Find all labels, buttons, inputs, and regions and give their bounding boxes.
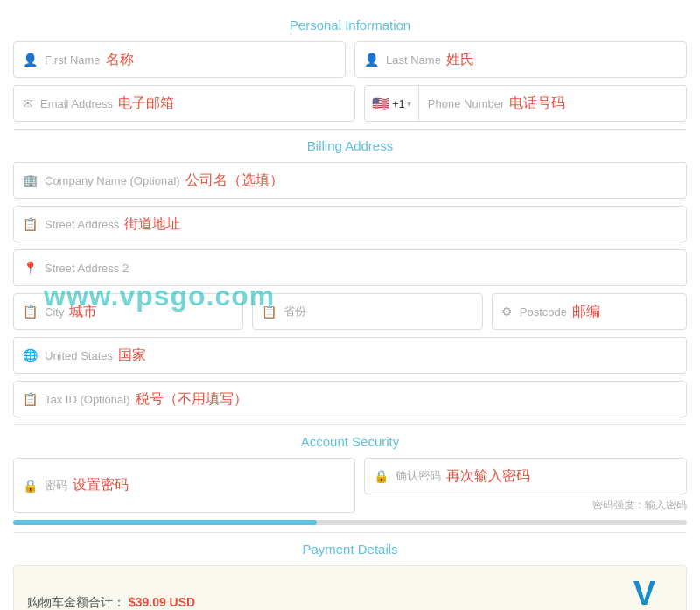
street-address-2-label: Street Address 2: [45, 262, 129, 275]
logo-v-letter: V: [634, 577, 655, 610]
personal-information-section: Personal Information 👤 First Name 名称 👤 L…: [13, 18, 687, 122]
password-strength-bar-container: [13, 520, 687, 525]
phone-prefix-selector[interactable]: 🇺🇸 +1 ▾: [364, 85, 419, 122]
account-security-section: Account Security 🔒 密码 设置密码 🔒 确认密码 再次输入密码…: [13, 434, 687, 525]
password-label: 密码: [45, 478, 67, 494]
country-value: 国家: [118, 347, 146, 365]
phone-country-code: +1: [392, 97, 405, 110]
phone-container: 🇺🇸 +1 ▾ Phone Number 电话号码: [364, 85, 687, 122]
divider-3: [13, 532, 687, 533]
company-name-value: 公司名（选填）: [186, 172, 284, 190]
city-field[interactable]: 📋 City 城市: [13, 293, 243, 330]
state-icon: 📋: [262, 305, 276, 319]
tax-icon: 📋: [23, 392, 38, 406]
payment-section-title: Payment Details: [13, 542, 687, 557]
phone-label: Phone Number: [428, 97, 504, 110]
password-value: 设置密码: [73, 476, 129, 494]
street-address-field[interactable]: 📋 Street Address 街道地址: [13, 206, 687, 242]
postcode-value: 邮编: [572, 303, 600, 321]
lock-icon-2: 🔒: [374, 469, 388, 483]
confirm-password-value: 再次输入密码: [446, 467, 530, 486]
globe-icon: 🌐: [23, 348, 38, 362]
chevron-down-icon: ▾: [407, 99, 411, 109]
flag-icon: 🇺🇸: [372, 95, 389, 112]
city-value: 城市: [69, 303, 97, 321]
payment-body: 购物车金额合计： $39.09 USD V VPSGO www.vpsgo.co…: [13, 565, 687, 610]
company-name-field[interactable]: 🏢 Company Name (Optional) 公司名（选填）: [13, 162, 687, 199]
country-label: United States: [45, 349, 113, 362]
street-address-2-field[interactable]: 📍 Street Address 2: [13, 249, 687, 286]
payment-details-section: Payment Details 购物车金额合计： $39.09 USD V VP…: [13, 542, 687, 610]
cart-total-label: 购物车金额合计： $39.09 USD: [27, 595, 195, 610]
billing-section-title: Billing Address: [13, 138, 687, 153]
confirm-password-field[interactable]: 🔒 确认密码 再次输入密码: [364, 458, 687, 494]
tax-id-value: 税号（不用填写）: [136, 390, 248, 409]
postcode-field[interactable]: ⚙ Postcode 邮编: [492, 293, 687, 330]
country-field[interactable]: 🌐 United States 国家: [13, 337, 687, 374]
email-label: Email Address: [40, 97, 113, 110]
last-name-value: 姓氏: [446, 51, 474, 69]
person-icon: 👤: [23, 53, 38, 67]
postcode-icon: ⚙: [501, 305, 513, 319]
confirm-password-label: 确认密码: [396, 468, 441, 484]
city-icon: 📋: [23, 305, 38, 319]
building-icon: 🏢: [23, 173, 38, 187]
first-name-field[interactable]: 👤 First Name 名称: [13, 41, 346, 78]
password-strength-text: 密码强度：输入密码: [364, 498, 687, 513]
first-name-value: 名称: [106, 51, 134, 69]
pin-icon: 📍: [23, 261, 38, 275]
tax-id-label: Tax ID (Optional): [45, 393, 130, 406]
first-name-label: First Name: [45, 53, 101, 67]
map-icon: 📋: [23, 217, 38, 231]
city-label: City: [45, 305, 64, 319]
divider-1: [13, 129, 687, 130]
state-field[interactable]: 📋 省份: [252, 293, 482, 330]
billing-address-section: Billing Address 🏢 Company Name (Optional…: [13, 138, 687, 417]
street-address-value: 街道地址: [124, 215, 180, 234]
cart-amount-value: $39.09 USD: [129, 595, 195, 609]
phone-field[interactable]: Phone Number 电话号码: [418, 85, 687, 122]
strength-bar-bg: [13, 520, 687, 525]
email-field[interactable]: ✉ Email Address 电子邮箱: [13, 85, 355, 122]
personal-section-title: Personal Information: [13, 18, 687, 32]
city-state-postcode-row: 📋 City 城市 📋 省份 ⚙ Postcode 邮编: [13, 293, 687, 330]
street-address-label: Street Address: [45, 218, 119, 231]
security-section-title: Account Security: [13, 434, 687, 449]
lock-icon: 🔒: [23, 479, 38, 493]
email-value: 电子邮箱: [118, 95, 174, 113]
cart-label-text: 购物车金额合计：: [27, 595, 125, 609]
password-field[interactable]: 🔒 密码 设置密码: [13, 458, 355, 513]
last-name-field[interactable]: 👤 Last Name 姓氏: [354, 41, 687, 78]
strength-bar-fill: [13, 520, 317, 525]
divider-2: [13, 424, 687, 425]
email-icon: ✉: [23, 96, 33, 110]
state-label: 省份: [284, 304, 306, 319]
phone-value: 电话号码: [509, 95, 565, 113]
tax-id-field[interactable]: 📋 Tax ID (Optional) 税号（不用填写）: [13, 381, 687, 417]
person-icon-2: 👤: [364, 53, 379, 67]
last-name-label: Last Name: [386, 53, 441, 67]
confirm-password-container: 🔒 确认密码 再次输入密码 密码强度：输入密码: [364, 458, 687, 513]
postcode-label: Postcode: [520, 305, 567, 319]
vpsgo-logo: V VPSGO www.vpsgo.com: [616, 577, 673, 610]
company-name-label: Company Name (Optional): [45, 174, 180, 187]
